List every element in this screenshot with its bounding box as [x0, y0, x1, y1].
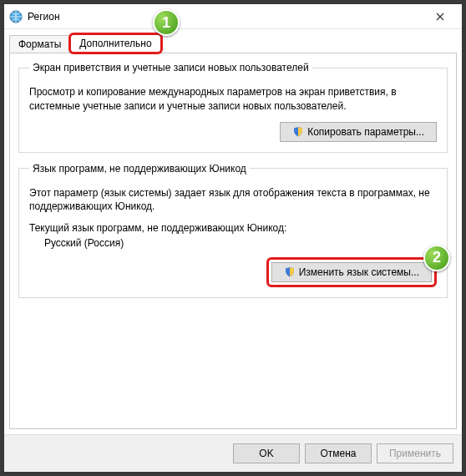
group-welcome-screen: Экран приветствия и учетные записи новых… [18, 62, 448, 153]
tab-content: Экран приветствия и учетные записи новых… [9, 53, 457, 429]
tab-advanced[interactable]: Дополнительно [70, 34, 160, 53]
region-dialog: Регион 1 Форматы Дополнительно Экран при… [3, 3, 463, 473]
group-non-unicode: Язык программ, не поддерживающих Юникод … [18, 163, 448, 299]
current-language-label: Текущий язык программ, не поддерживающих… [29, 222, 437, 234]
cancel-button[interactable]: Отмена [305, 443, 372, 463]
close-button[interactable] [423, 5, 457, 28]
group-legend: Экран приветствия и учетные записи новых… [29, 62, 312, 73]
apply-button[interactable]: Применить [377, 443, 453, 463]
current-language-value: Русский (Россия) [44, 237, 437, 249]
ok-button[interactable]: OK [233, 443, 300, 463]
shield-icon [284, 266, 296, 278]
callout-2: 2 [423, 245, 450, 271]
shield-icon [292, 126, 304, 138]
tab-strip: Форматы Дополнительно [4, 29, 462, 53]
group-legend: Язык программ, не поддерживающих Юникод [29, 163, 250, 175]
callout-1: 1 [153, 9, 180, 36]
globe-icon [9, 10, 23, 23]
group-description: Просмотр и копирование международных пар… [29, 85, 437, 114]
change-system-locale-button[interactable]: Изменить язык системы... [271, 262, 432, 282]
group-description: Этот параметр (язык системы) задает язык… [29, 186, 437, 215]
dialog-footer: OK Отмена Применить [4, 434, 462, 472]
window-title: Регион [28, 11, 60, 23]
titlebar: Регион [4, 4, 462, 29]
tab-formats[interactable]: Форматы [9, 35, 70, 53]
copy-settings-button[interactable]: Копировать параметры... [280, 122, 437, 142]
